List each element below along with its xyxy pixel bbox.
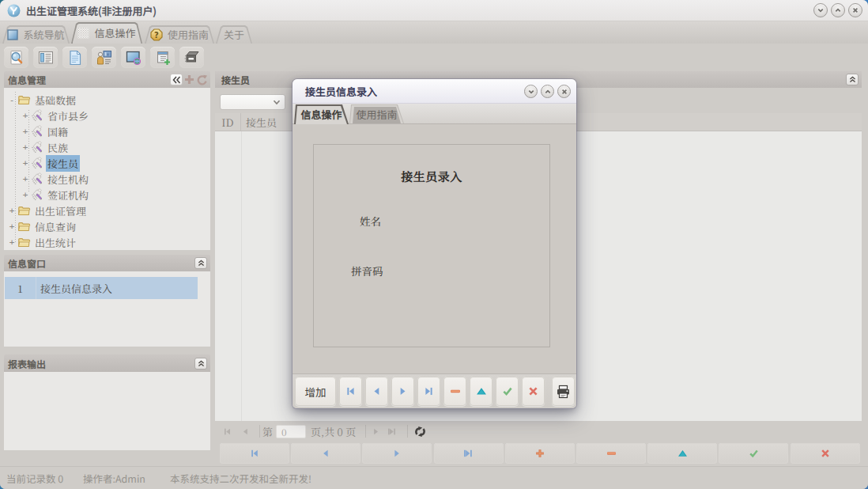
insert-record-icon: [535, 449, 545, 458]
toolbar-document-button[interactable]: [62, 47, 87, 68]
collapse-up-icon: [198, 360, 205, 367]
first-page-button[interactable]: [220, 426, 234, 438]
tree-item-icon: [31, 157, 43, 169]
tab-system-navigation[interactable]: 系统导航: [2, 25, 70, 44]
dialog-maximize-button[interactable]: [541, 85, 554, 98]
toolbar-add-window-button[interactable]: [150, 47, 175, 68]
info-window-panel: 信息窗口 1 接生员信息录入: [4, 255, 210, 347]
dialog-last-button[interactable]: [417, 377, 440, 406]
tree-item-icon: [17, 237, 31, 248]
close-button[interactable]: [848, 3, 862, 17]
tree-item[interactable]: + 信息查询: [4, 218, 77, 234]
tree-item[interactable]: + 出生统计: [4, 234, 77, 250]
report-output-header: 报表输出: [4, 354, 210, 372]
collapse-panel-button[interactable]: [194, 257, 207, 269]
column-header-id[interactable]: ID: [215, 113, 241, 131]
tree-item-icon: [17, 205, 31, 217]
dialog-tab-user-guide[interactable]: 使用指南: [349, 104, 404, 123]
prev-page-button[interactable]: [238, 426, 252, 438]
tab-info-operation[interactable]: 信息操作: [71, 22, 142, 44]
page-number-input[interactable]: 0: [276, 425, 306, 438]
prev-record-button[interactable]: [291, 443, 360, 464]
last-page-button[interactable]: [385, 426, 399, 438]
pinyin-field-label: 拼音码: [351, 265, 383, 276]
post-record-button[interactable]: [719, 443, 788, 464]
next-record-icon: [392, 449, 402, 458]
panel-title: 信息窗口: [8, 256, 46, 270]
maximize-button[interactable]: [831, 3, 845, 17]
folder-icon: [17, 237, 31, 248]
dialog-title: 接生员信息录入: [305, 84, 377, 99]
dialog-edit-button[interactable]: [470, 377, 492, 406]
next-page-button[interactable]: [368, 426, 383, 438]
dialog-prev-button[interactable]: [365, 377, 388, 406]
dialog-delete-button[interactable]: [443, 377, 466, 406]
add-node-button[interactable]: [184, 74, 194, 85]
operator-label: 操作者:Admin: [83, 471, 145, 486]
tree-item[interactable]: + 接生员: [4, 155, 80, 171]
dialog-minimize-button[interactable]: [524, 85, 538, 98]
page-label-suffix: 页,共 0 页: [311, 424, 356, 439]
tree-item[interactable]: + 省市县乡: [4, 108, 90, 123]
dialog-tab-info-operation[interactable]: 信息操作: [294, 104, 349, 124]
window-number: 1: [5, 277, 36, 299]
dialog-tab-bar: 信息操作 使用指南: [292, 104, 576, 123]
toolbar-screen-globe-button[interactable]: [121, 47, 145, 68]
dialog-first-button[interactable]: [339, 377, 362, 406]
separator: [259, 425, 260, 438]
record-count-label: 当前记录数 0: [6, 471, 63, 486]
tab-user-guide[interactable]: ?使用指南: [145, 25, 214, 44]
last-record-button[interactable]: [434, 443, 504, 464]
toolbar-print-preview-button[interactable]: [4, 47, 28, 68]
tree-item-icon: [31, 141, 43, 154]
window-title-label: 接生员信息录入: [40, 281, 112, 296]
delete-record-button[interactable]: [576, 443, 646, 464]
collapse-panel-button[interactable]: [194, 358, 207, 370]
toolbar-presentation-button[interactable]: [92, 47, 116, 68]
window-title: 出生证管理系统(非注册用户): [26, 3, 157, 18]
open-window-row[interactable]: 1 接生员信息录入: [5, 277, 198, 299]
tree-item[interactable]: + 签证机构: [4, 187, 90, 203]
collapse-sidebar-button[interactable]: [170, 74, 183, 85]
tree-item[interactable]: - 基础数据: [4, 92, 77, 108]
name-field-label: 姓名: [360, 215, 381, 226]
refresh-page-button[interactable]: [413, 426, 427, 438]
refresh-tree-button[interactable]: [196, 74, 207, 85]
dialog-print-button[interactable]: [552, 377, 575, 406]
insert-record-button[interactable]: [505, 443, 575, 464]
dialog-close-button[interactable]: [557, 85, 571, 98]
toolbar-printer-button[interactable]: [179, 47, 204, 68]
tree-item[interactable]: + 民族: [4, 139, 70, 155]
info-window-header: 信息窗口: [4, 255, 210, 271]
panel-title: 报表输出: [8, 357, 46, 370]
dialog-last-icon: [424, 386, 434, 396]
chevron-down-icon: [817, 6, 825, 14]
edit-record-button[interactable]: [647, 443, 717, 464]
dialog-cancel-button[interactable]: [522, 377, 545, 406]
form-title: 接生员录入: [314, 169, 549, 184]
tree-item[interactable]: + 国籍: [4, 123, 70, 139]
collapse-main-panel-button[interactable]: [846, 74, 859, 85]
dialog-next-button[interactable]: [391, 377, 414, 406]
next-record-button[interactable]: [362, 443, 432, 464]
folder-icon: [17, 221, 31, 233]
attendant-filter-select[interactable]: [220, 94, 285, 110]
collapse-left-icon: [172, 76, 181, 84]
dialog-post-button[interactable]: [496, 377, 519, 406]
first-record-button[interactable]: [220, 443, 289, 464]
tree-item[interactable]: + 接生机构: [4, 171, 90, 187]
dialog-add-button[interactable]: 增加: [295, 377, 336, 406]
cancel-record-button[interactable]: [791, 443, 860, 464]
column-divider: [241, 131, 242, 421]
application-window: 出生证管理系统(非注册用户) 系统导航 信息操作 ?使用指南 关于 信息管理: [0, 0, 868, 489]
navigation-square-icon: [7, 29, 18, 40]
dialog-first-icon: [345, 386, 356, 396]
column-header-name[interactable]: 接生员: [241, 115, 277, 130]
toolbar-report-form-button[interactable]: [33, 47, 58, 68]
tab-about[interactable]: 关于: [216, 25, 252, 44]
title-bar: 出生证管理系统(非注册用户): [0, 0, 868, 21]
tree-item[interactable]: + 出生证管理: [4, 203, 88, 218]
minimize-button[interactable]: [813, 3, 828, 17]
status-bar: 当前记录数 0 操作者:Admin 本系统支持二次开发和全新开发!: [0, 466, 868, 489]
dialog-prev-icon: [372, 386, 382, 396]
